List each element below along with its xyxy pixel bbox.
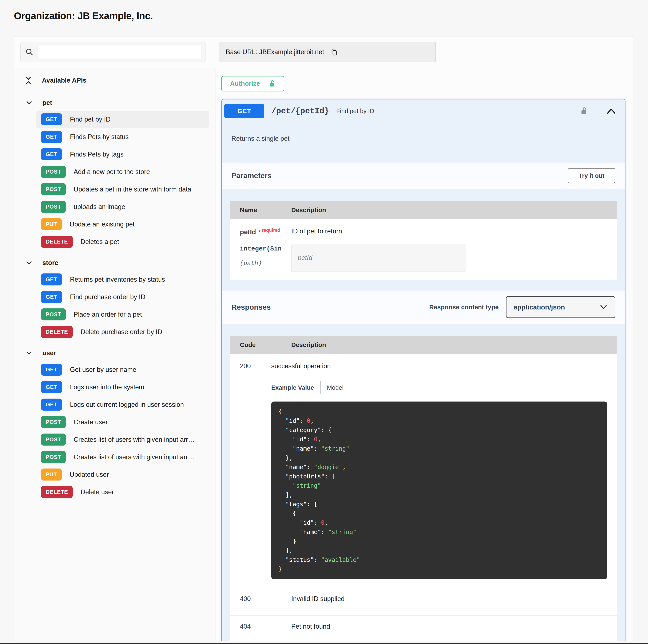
group-items: GET Find pet by ID GET Finds Pets by sta… — [24, 111, 209, 250]
method-badge: POST — [41, 201, 66, 213]
response-code: 404 — [240, 623, 282, 630]
method-badge: POST — [41, 451, 66, 463]
api-item[interactable]: DELETE Delete purchase order by ID — [36, 324, 209, 340]
sidebar: Available APIs pet GET Find pet by ID GE… — [14, 68, 215, 641]
api-group: pet GET Find pet by ID GET Finds Pets by… — [24, 97, 209, 250]
group-items: GET Returns pet inventories by status GE… — [24, 271, 209, 340]
example-code: { "id": 0, "category": { "id": 0, "name"… — [271, 401, 607, 579]
collapse-all-icon[interactable] — [24, 76, 32, 85]
response-description: Invalid ID supplied — [291, 595, 607, 603]
method-badge: PUT — [41, 468, 62, 481]
api-item-label: Delete purchase order by ID — [80, 328, 162, 336]
responses-section: Code Description 200 successful operatio… — [222, 324, 625, 641]
param-description: ID of pet to return — [291, 228, 607, 235]
api-item[interactable]: POST uploads an image — [36, 198, 209, 215]
tab-example-value[interactable]: Example Value — [271, 384, 314, 391]
api-item[interactable]: GET Get user by user name — [36, 361, 209, 378]
content-type-value: application/json — [514, 303, 600, 311]
auth-lock-icon[interactable] — [580, 106, 588, 116]
base-url-label: Base URL: JBExample.jitterbit.net — [226, 48, 324, 56]
group-items: GET Get user by user name GET Logs user … — [24, 361, 209, 501]
method-badge: DELETE — [41, 236, 73, 248]
sidebar-header: Available APIs — [24, 74, 209, 90]
api-item[interactable]: POST Add a new pet to the store — [36, 163, 209, 180]
response-row-404: 404 Pet not found — [230, 615, 616, 641]
api-item-label: Logs out current logged in user session — [70, 401, 184, 408]
api-item[interactable]: GET Logs out current logged in user sess… — [36, 396, 209, 413]
api-item-label: Logs user into the system — [70, 383, 144, 391]
petid-input[interactable] — [291, 244, 466, 272]
api-group-header[interactable]: pet — [24, 97, 209, 110]
method-badge: GET — [41, 291, 62, 303]
unlock-icon — [268, 79, 276, 88]
copy-icon[interactable] — [330, 48, 338, 56]
topbar: Base URL: JBExample.jitterbit.net — [14, 37, 633, 68]
api-item[interactable]: GET Logs user into the system — [36, 379, 209, 396]
authorize-button[interactable]: Authorize — [221, 76, 284, 91]
api-item[interactable]: DELETE Deletes a pet — [36, 233, 209, 250]
parameters-title: Parameters — [231, 171, 568, 180]
api-item[interactable]: POST Create user — [36, 413, 209, 431]
response-description: Pet not found — [291, 623, 607, 630]
api-item-label: Returns pet inventories by status — [70, 276, 165, 283]
api-item[interactable]: POST Place an order for a pet — [36, 306, 209, 323]
op-summary: Find pet by ID — [336, 108, 374, 114]
op-path: /pet/{petId} — [271, 107, 329, 116]
responses-bar: Responses Response content type applicat… — [222, 291, 625, 324]
response-content-type-select[interactable]: application/json — [506, 296, 615, 318]
required-label: required — [262, 228, 280, 233]
api-item[interactable]: PUT Updated user — [36, 466, 209, 483]
api-item[interactable]: POST Creates list of users with given in… — [36, 448, 209, 465]
api-item[interactable]: GET Finds Pets by status — [36, 128, 209, 145]
response-content-type-label: Response content type — [429, 304, 499, 311]
api-item-label: Deletes a pet — [80, 238, 119, 246]
api-item[interactable]: GET Find pet by ID — [36, 111, 209, 128]
api-item-label: Delete user — [80, 488, 114, 496]
tab-separator — [320, 381, 321, 394]
api-item[interactable]: POST Updates a pet in the store with for… — [36, 181, 209, 198]
api-item-label: uploads an image — [74, 203, 125, 211]
method-badge: DELETE — [41, 486, 73, 498]
operation-description: Returns a single pet — [222, 123, 625, 163]
chevron-down-icon — [600, 304, 607, 310]
response-code: 400 — [240, 595, 282, 603]
col-resp-description: Description — [282, 341, 616, 348]
api-group-header[interactable]: store — [24, 257, 209, 270]
api-group: store GET Returns pet inventories by sta… — [24, 257, 209, 340]
api-item[interactable]: POST Creates list of users with given in… — [36, 431, 209, 448]
api-item[interactable]: DELETE Delete user — [36, 484, 209, 501]
search-input[interactable] — [38, 45, 201, 59]
api-item-label: Update an existing pet — [70, 220, 135, 228]
api-group-list: pet GET Find pet by ID GET Finds Pets by… — [24, 97, 209, 501]
response-code: 200 — [240, 362, 262, 370]
operation-header[interactable]: GET /pet/{petId} Find pet by ID — [222, 99, 625, 123]
required-star: * — [258, 229, 261, 236]
api-item[interactable]: PUT Update an existing pet — [36, 216, 209, 233]
parameters-section: Name Description petId*required integer(… — [222, 189, 625, 291]
method-badge: GET — [41, 148, 62, 160]
col-description: Description — [282, 206, 616, 214]
api-item[interactable]: GET Find purchase order by ID — [36, 288, 209, 305]
method-badge: GET — [41, 363, 62, 376]
try-it-out-button[interactable]: Try it out — [568, 168, 615, 183]
api-item-label: Updates a pet in the store with form dat… — [74, 186, 191, 193]
collapse-operation-icon[interactable] — [606, 108, 616, 114]
tab-model[interactable]: Model — [327, 384, 343, 391]
parameters-table: Name Description petId*required integer(… — [230, 201, 616, 280]
col-name: Name — [230, 201, 282, 219]
api-item-label: Finds Pets by status — [70, 133, 129, 141]
method-badge: POST — [41, 308, 66, 320]
method-badge: POST — [41, 183, 66, 195]
api-group-header[interactable]: user — [24, 348, 209, 361]
api-item[interactable]: GET Finds Pets by tags — [36, 146, 209, 163]
response-description: successful operation — [271, 362, 607, 370]
search-box — [20, 42, 206, 62]
responses-title: Responses — [231, 303, 429, 311]
api-item-label: Updated user — [70, 471, 109, 479]
group-label: user — [42, 349, 56, 357]
param-location: (path) — [240, 260, 282, 267]
main-panel: Authorize GET /pet/{petId} Find pet by I… — [215, 68, 633, 641]
api-item-label: Creates list of users with given input a… — [74, 453, 195, 461]
api-item[interactable]: GET Returns pet inventories by status — [36, 271, 209, 288]
group-label: pet — [42, 99, 52, 107]
